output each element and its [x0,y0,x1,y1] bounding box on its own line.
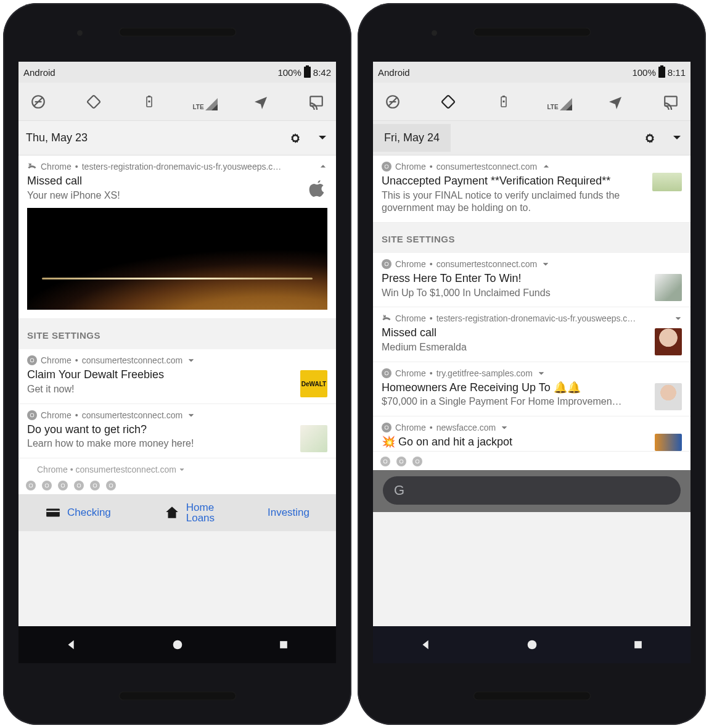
speaker-bottom [473,692,591,700]
settings-icon[interactable] [644,132,656,144]
google-search-pill[interactable]: G [383,476,681,505]
dnd-toggle[interactable] [27,91,49,113]
nav-back-button[interactable] [419,638,433,651]
notification-peek[interactable]: Chrome • consumertestconnect.com [18,458,336,476]
chevron-down-icon[interactable] [674,315,682,322]
nav-home-button[interactable] [171,638,184,651]
source-domain: consumertestconnect.com [436,259,537,269]
quick-settings: LTE [373,83,691,121]
camera-dot [77,30,83,36]
source-domain: consumertestconnect.com [436,162,537,172]
notification-missed-call[interactable]: Chrome • testers-registration-dronemavic… [373,307,691,362]
nav-back-button[interactable] [65,638,78,651]
app-name: Chrome [395,423,426,432]
card-icon [45,505,61,521]
dock-checking[interactable]: Checking [67,507,111,519]
date-row: Thu, May 23 [18,121,336,155]
airplane-toggle[interactable] [604,91,626,113]
date-text: Fri, May 24 [373,124,451,152]
notif-title: Claim Your Dewalt Freebies [27,368,293,382]
launcher-scrim: G [373,470,691,512]
nav-recent-button[interactable] [277,639,290,651]
status-bar: Android 100% 8:42 [18,62,336,83]
thumb-dewalt-icon: DeWALT [300,370,327,397]
chrome-icon [26,481,36,490]
thumb-avatar-icon [655,328,682,355]
chrome-icon [382,368,391,378]
notification-homeowners[interactable]: Chrome • try.getitfree-samples.com Homeo… [373,362,691,416]
airplane-toggle[interactable] [250,91,272,113]
notif-title: Do you want to get rich? [27,423,293,437]
overflow-row[interactable] [18,476,336,494]
date-row: Fri, May 24 [373,121,691,155]
chrome-icon [396,457,406,466]
notification-enter-win[interactable]: Chrome • consumertestconnect.com Press H… [373,253,691,307]
notif-title: Homeowners Are Receiving Up To 🔔🔔 [382,381,647,395]
quick-settings: LTE [18,83,336,121]
battery-saver-toggle[interactable] [138,91,160,113]
apple-icon [306,178,327,199]
nav-home-button[interactable] [525,638,539,651]
app-name: Chrome [395,259,426,269]
nav-recent-button[interactable] [632,639,644,651]
notification-getrich[interactable]: Chrome • consumertestconnect.com Do you … [18,404,336,458]
thumb-jackpot-icon [655,434,682,451]
notif-title: Press Here To Enter To Win! [382,271,647,286]
notif-body: Your new iPhone XS! [27,189,293,202]
notification-jackpot[interactable]: Chrome • newsfacce.com 💥 Go on and hit a… [373,416,691,452]
app-name: Chrome [395,368,426,378]
dnd-toggle[interactable] [382,91,404,113]
chrome-icon [382,259,391,269]
site-settings-header[interactable]: SITE SETTINGS [373,223,691,253]
site-settings-header[interactable]: SITE SETTINGS [18,319,336,349]
chevron-down-icon[interactable] [187,412,195,419]
battery-pct: 100% [277,67,301,78]
app-name: Chrome [395,162,426,172]
autorotate-toggle[interactable] [83,91,105,113]
chevron-down-icon[interactable] [538,370,545,377]
notification-iphone[interactable]: Chrome • testers-registration-dronemavic… [18,155,336,319]
cast-toggle[interactable] [305,91,327,113]
autorotate-toggle[interactable] [437,91,459,113]
chrome-icon [382,162,391,172]
chrome-icon [42,481,52,490]
status-label: Android [23,67,55,78]
app-dock: Checking Home Loans Investing [18,494,336,531]
battery-saver-toggle[interactable] [493,91,515,113]
chevron-down-icon[interactable] [187,357,195,364]
status-label: Android [378,67,410,78]
home-icon [164,505,180,521]
nav-bar [373,626,691,663]
data-toggle[interactable]: LTE [194,91,216,113]
notif-body: Win Up To $1,000 In Unclaimed Funds [382,287,647,300]
notification-unaccepted-payment[interactable]: Chrome • consumertestconnect.com Unaccep… [373,155,691,223]
thumb-man-icon [655,383,682,410]
expand-icon[interactable] [671,132,683,144]
chevron-up-icon[interactable] [319,162,327,171]
dock-investing[interactable]: Investing [268,507,309,519]
chevron-up-icon[interactable] [542,162,551,171]
chrome-icon [380,457,390,466]
app-name: Chrome [41,410,72,420]
data-toggle[interactable]: LTE [549,91,571,113]
google-g-icon: G [394,482,404,498]
settings-icon[interactable] [289,132,301,144]
expand-icon[interactable] [316,132,329,144]
app-name: Chrome [395,313,426,323]
notification-dewalt[interactable]: Chrome • consumertestconnect.com Claim Y… [18,349,336,403]
source-domain: try.getitfree-samples.com [436,368,533,378]
cast-toggle[interactable] [660,91,682,113]
phone-left: Android 100% 8:42 LTE Thu, May 23 [3,3,351,725]
clock: 8:11 [668,67,686,78]
notif-title: Missed call [27,174,293,188]
thumb-cash-icon [655,274,682,301]
chevron-down-icon[interactable] [542,260,549,268]
missed-call-icon [382,313,391,323]
chrome-icon [58,481,68,490]
dock-home-loans[interactable]: Home Loans [186,502,215,523]
overflow-row[interactable] [373,452,691,470]
chevron-down-icon[interactable] [501,424,508,431]
missed-call-icon [27,162,37,172]
chrome-icon [27,410,37,420]
chrome-icon [382,423,391,432]
